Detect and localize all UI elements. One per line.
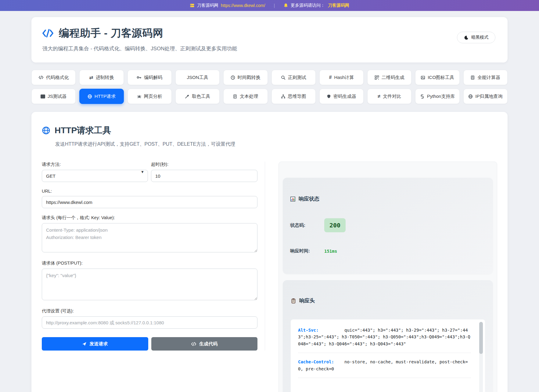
clock-icon [231, 75, 235, 80]
python-icon [420, 94, 425, 99]
nav-item-base-convert[interactable]: ⇄ 进制转换 [79, 70, 124, 85]
server-icon [190, 3, 195, 8]
qrcode-icon [375, 75, 379, 80]
sitemap-icon [281, 94, 286, 99]
code-icon [38, 75, 44, 80]
proxy-label: 代理设置 (可选): [42, 308, 257, 314]
page-subtitle: 强大的编程工具集合 - 代码格式化、编码转换、JSON处理、正则测试及更多实用功… [42, 45, 237, 52]
nav-item-timestamp[interactable]: 时间戳转换 [223, 70, 268, 85]
code-icon [191, 342, 196, 346]
calculator-icon [470, 75, 475, 80]
globe-icon [42, 126, 50, 135]
nav-item-text-process[interactable]: 文本处理 [223, 89, 268, 104]
response-headers-card: 响应头 Alt-Svc:quic=":443"; h3=":443"; h3-2… [283, 280, 493, 392]
nav-item-web-analyze[interactable]: 网页分析 [128, 89, 172, 104]
response-panel: 响应状态 状态码: 200 响应时间: 151ms [278, 162, 497, 392]
url-input[interactable] [42, 196, 257, 208]
nav-item-encode-decode[interactable]: 编码解码 [128, 70, 172, 85]
nav-item-json-tool[interactable]: JSON工具 [175, 70, 220, 85]
nav-item-color-picker[interactable]: 取色工具 [175, 89, 220, 104]
header-entry: Cache-Control:no-store, no-cache, must-r… [298, 358, 471, 378]
search-icon [281, 75, 286, 80]
send-icon [82, 342, 87, 346]
header-key: Cache-Control: [298, 358, 344, 365]
topbar-site-url-link[interactable]: https://www.dkewl.com/ [221, 3, 265, 8]
generate-code-button[interactable]: 生成代码 [151, 337, 258, 351]
header-key: Alt-Svc: [298, 327, 344, 333]
request-headers-textarea[interactable] [42, 223, 257, 252]
tool-title: HTTP请求工具 [55, 125, 111, 136]
nav-item-calculator[interactable]: 全能计算器 [463, 70, 508, 85]
response-status-card: 响应状态 状态码: 200 响应时间: 151ms [283, 178, 493, 274]
tool-description: 发送HTTP请求进行API测试，支持GET、POST、PUT、DELETE方法，… [55, 141, 497, 148]
method-label: 请求方法: [42, 162, 148, 167]
response-time-label: 响应时间: [290, 248, 324, 254]
nav-item-mindmap[interactable]: 思维导图 [271, 89, 316, 104]
swap-icon: ⇄ [89, 75, 93, 80]
code-brackets-icon [42, 28, 54, 38]
nav-item-code-format[interactable]: 代码格式化 [31, 70, 76, 85]
bell-icon [283, 3, 288, 8]
topbar-more-text: 更多源码请访问： [291, 3, 325, 8]
nav-item-ico-tool[interactable]: ICO图标工具 [415, 70, 459, 85]
nav-item-python-lib[interactable]: Python支持库 [415, 89, 459, 104]
nav-item-http-request[interactable]: HTTP请求 [79, 89, 124, 104]
send-request-button[interactable]: 发送请求 [42, 337, 148, 351]
spider-icon [137, 94, 142, 99]
topbar-more-link[interactable]: 刀客源码网 [328, 3, 349, 8]
document-icon [233, 94, 237, 99]
timeout-input[interactable] [151, 170, 257, 182]
headers-label: 请求头 (每行一个，格式: Key: Value): [42, 215, 257, 221]
nav-item-regex-test[interactable]: 正则测试 [271, 70, 316, 85]
image-icon [421, 75, 425, 80]
bar-chart-icon [290, 196, 296, 202]
globe-icon [468, 94, 473, 99]
request-form: 请求方法: GET ▼ 超时(秒): URL: [42, 162, 265, 351]
chevron-down-icon: ▼ [141, 170, 144, 174]
response-headers-box: Alt-Svc:quic=":443"; h3=":443"; h3-29=":… [291, 319, 485, 392]
proxy-input[interactable] [42, 316, 257, 329]
nav-item-hash-calc[interactable]: # Hash计算 [319, 70, 364, 85]
key-icon [137, 75, 142, 80]
scrollbar-thumb[interactable] [479, 322, 483, 354]
js-icon: JS [41, 94, 45, 98]
tool-nav-grid: 代码格式化 ⇄ 进制转换 编码解码 JSON工具 时间戳转换 正则测试 # Ha… [31, 70, 508, 104]
eyedropper-icon [185, 94, 189, 99]
dark-mode-toggle-button[interactable]: 暗黑模式 [457, 32, 495, 43]
topbar-divider: | [274, 3, 275, 8]
page-header-card: 编程助手 - 刀客源码网 强大的编程工具集合 - 代码格式化、编码转换、JSON… [31, 17, 508, 62]
method-select[interactable]: GET ▼ [42, 170, 148, 182]
shield-icon [327, 94, 331, 98]
clipboard-icon [291, 298, 296, 304]
nav-item-password-gen[interactable]: 密码生成器 [319, 89, 364, 104]
header-entry: Alt-Svc:quic=":443"; h3=":443"; h3-29=":… [298, 327, 471, 353]
nav-item-js-tester[interactable]: JS JS测试器 [31, 89, 76, 104]
status-code-label: 状态码: [290, 223, 324, 228]
top-announcement-bar: 刀客源码网 https://www.dkewl.com/ | 更多源码请访问： … [0, 0, 539, 11]
topbar-site-name: 刀客源码网 [197, 3, 218, 8]
hash-icon: # [329, 75, 332, 80]
request-body-textarea[interactable] [42, 269, 257, 300]
nav-item-qrcode[interactable]: 二维码生成 [367, 70, 411, 85]
nav-item-ip-lookup[interactable]: IP归属地查询 [463, 89, 508, 104]
body-label: 请求体 (POST/PUT): [42, 260, 257, 266]
status-code-badge: 200 [324, 218, 346, 232]
http-tool-card: HTTP请求工具 发送HTTP请求进行API测试，支持GET、POST、PUT、… [31, 112, 508, 392]
response-time-value: 151ms [324, 249, 337, 254]
page-title: 编程助手 - 刀客源码网 [59, 26, 163, 40]
globe-icon [88, 94, 92, 99]
not-equal-icon: ≠ [378, 94, 380, 99]
url-label: URL: [42, 189, 257, 194]
nav-item-file-diff[interactable]: ≠ 文件对比 [367, 89, 411, 104]
moon-icon [464, 35, 469, 40]
timeout-label: 超时(秒): [151, 162, 257, 167]
